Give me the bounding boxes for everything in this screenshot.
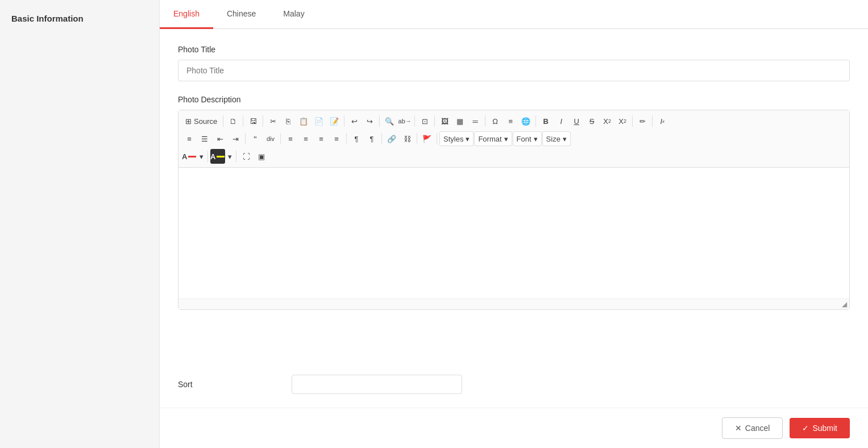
photo-title-label: Photo Title (178, 45, 850, 54)
toolbar-row-2: ≡ ☰ ⇤ ⇥ " div ≡ ≡ ≡ ≡ ¶ ¶ (182, 130, 846, 147)
find-button[interactable]: 🔍 (382, 114, 397, 128)
separator-11 (652, 115, 653, 127)
indent-button[interactable]: ⇥ (228, 131, 243, 146)
separator-5 (379, 115, 380, 127)
align-left-button[interactable]: ≡ (283, 131, 298, 146)
source-button[interactable]: ⊞ Source (182, 114, 221, 128)
italic-button[interactable]: I (554, 114, 568, 128)
resize-icon: ◢ (842, 300, 847, 308)
separator-19 (236, 151, 236, 162)
anchor-button[interactable]: 🚩 (420, 131, 434, 146)
toolbar-row-3: A ▾ A ▾ ⛶ ▣ (182, 148, 846, 165)
language-button[interactable]: 🌐 (518, 114, 533, 128)
size-chevron-icon: ▾ (563, 135, 567, 143)
separator-9 (535, 115, 536, 127)
blockquote-button[interactable]: " (248, 131, 263, 146)
replace-button[interactable]: ab→ (397, 114, 412, 128)
form-area: Photo Title Photo Description ⊞ Source 🗋 (160, 29, 868, 375)
tabs-bar: English Chinese Malay (160, 0, 868, 29)
tab-malay[interactable]: Malay (269, 0, 318, 29)
remove-format-button[interactable]: Ix (655, 114, 670, 128)
bg-color-button[interactable]: A (210, 149, 225, 164)
separator-3 (263, 115, 263, 127)
tab-english[interactable]: English (160, 0, 213, 29)
styles-chevron-icon: ▾ (466, 135, 470, 143)
special-char-button[interactable]: Ω (488, 114, 502, 128)
separator-1 (223, 115, 223, 127)
justify-button[interactable]: ≡ (329, 131, 344, 146)
separator-14 (346, 133, 347, 144)
align-right-button[interactable]: ≡ (314, 131, 329, 146)
list-style-button[interactable]: ≡ (503, 114, 518, 128)
unordered-list-button[interactable]: ☰ (197, 131, 212, 146)
separator-7 (434, 115, 435, 127)
editor-resize-handle: ◢ (178, 298, 849, 309)
font-dropdown[interactable]: Font ▾ (513, 131, 542, 146)
toolbar: ⊞ Source 🗋 🖫 ✂ ⎘ 📋 📄 📝 (178, 110, 849, 168)
strikethrough-button[interactable]: S (584, 114, 599, 128)
bg-color-arrow[interactable]: ▾ (226, 149, 234, 164)
submit-button[interactable]: ✓ Submit (790, 418, 850, 438)
show-blocks-button[interactable]: ▣ (254, 149, 269, 164)
cut-button[interactable]: ✂ (265, 114, 280, 128)
separator-4 (344, 115, 344, 127)
main-content: English Chinese Malay Photo Title Photo … (159, 0, 868, 448)
photo-title-input[interactable] (178, 60, 850, 81)
copy-button[interactable]: ⎘ (281, 114, 296, 128)
size-dropdown[interactable]: Size ▾ (542, 131, 571, 146)
new-doc-button[interactable]: 🗋 (226, 114, 240, 128)
image-button[interactable]: 🖼 (437, 114, 452, 128)
ltr-button[interactable]: ¶ (349, 131, 364, 146)
editor-body[interactable] (178, 168, 849, 298)
paste-button[interactable]: 📋 (296, 114, 311, 128)
underline-button[interactable]: U (569, 114, 584, 128)
cancel-button[interactable]: ✕ Cancel (722, 417, 783, 439)
separator-8 (485, 115, 485, 127)
save-button[interactable]: 🖫 (246, 114, 260, 128)
separator-12 (245, 133, 246, 144)
rich-text-editor: ⊞ Source 🗋 🖫 ✂ ⎘ 📋 📄 📝 (178, 110, 850, 310)
select-all-button[interactable]: ⊡ (417, 114, 432, 128)
styles-dropdown[interactable]: Styles ▾ (439, 131, 474, 146)
sort-row: Sort (160, 375, 868, 408)
font-color-button[interactable]: A (182, 149, 197, 164)
paste-text-button[interactable]: 📄 (312, 114, 326, 128)
cancel-icon: ✕ (735, 424, 742, 433)
format-chevron-icon: ▾ (504, 135, 508, 143)
redo-button[interactable]: ↪ (362, 114, 377, 128)
table-button[interactable]: ▦ (452, 114, 467, 128)
superscript-button[interactable]: X2 (615, 114, 630, 128)
paste-word-button[interactable]: 📝 (327, 114, 342, 128)
div-button[interactable]: div (263, 131, 278, 146)
rtl-button[interactable]: ¶ (364, 131, 379, 146)
toolbar-row-1: ⊞ Source 🗋 🖫 ✂ ⎘ 📋 📄 📝 (182, 113, 846, 130)
font-chevron-icon: ▾ (534, 135, 538, 143)
sidebar: Basic Information (0, 0, 159, 448)
sort-label: Sort (178, 380, 292, 389)
undo-button[interactable]: ↩ (347, 114, 362, 128)
check-icon: ✓ (802, 424, 809, 433)
source-icon: ⊞ (185, 117, 192, 126)
separator-18 (207, 151, 208, 162)
format-dropdown[interactable]: Format ▾ (474, 131, 512, 146)
ordered-list-button[interactable]: ≡ (182, 131, 197, 146)
separator-2 (243, 115, 243, 127)
tab-chinese[interactable]: Chinese (213, 0, 269, 29)
font-color-arrow[interactable]: ▾ (197, 149, 205, 164)
separator-6 (414, 115, 415, 127)
separator-16 (417, 133, 417, 144)
bold-button[interactable]: B (538, 114, 553, 128)
align-button[interactable]: ═ (468, 114, 483, 128)
photo-description-label: Photo Description (178, 95, 850, 104)
link-button[interactable]: 🔗 (384, 131, 399, 146)
unlink-button[interactable]: ⛓ (400, 131, 414, 146)
align-center-button[interactable]: ≡ (298, 131, 313, 146)
subscript-button[interactable]: X2 (600, 114, 614, 128)
separator-15 (381, 133, 382, 144)
footer-bar: ✕ Cancel ✓ Submit (160, 408, 868, 448)
sort-input[interactable] (292, 375, 462, 394)
copy-format-button[interactable]: ✏ (635, 114, 650, 128)
separator-13 (280, 133, 281, 144)
outdent-button[interactable]: ⇤ (213, 131, 227, 146)
maximize-button[interactable]: ⛶ (239, 149, 254, 164)
